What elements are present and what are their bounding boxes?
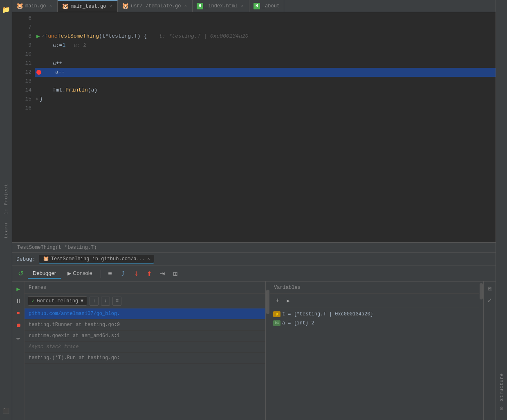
async-stack-label: Async stack trace [29,344,79,350]
fold-icon[interactable]: ▽ [41,32,44,41]
record-button[interactable]: ⏺ [13,321,23,331]
code-lines: ▶ ▽ func TestSomeThing (t *testing.T ) {… [35,12,496,242]
left-debug-actions: ▶ ⏸ ■ ⏺ ✏ [12,281,25,420]
frame-item-1[interactable]: testing.tRunner at testing.go:9 [25,319,265,331]
goroutine-dropdown-icon: ▼ [81,298,83,304]
code-line-10 [35,50,496,59]
assign-op: := [56,41,63,50]
frame-item-2[interactable]: runtime.goexit at asm_amd64.s:1 [25,331,265,342]
tab-main-test-go-icon: 🐹 [62,3,69,10]
frames-header: Frames [25,281,265,294]
frame-item-0[interactable]: github.com/antelman107/go_blog. [25,308,265,319]
debug-session-icon: 🐹 [43,256,49,262]
tab-bar: 🐹 main.go × 🐹 main_test.go × 🐹 usr/…/tem… [12,0,496,12]
breadcrumb-text: TestSomeThing(t *testing.T) [17,245,96,250]
frames-scrollbar[interactable] [266,281,270,420]
tab-debugger[interactable]: Debugger [28,268,61,279]
frame-item-4[interactable]: testing.(*T).Run at testing.go: [25,353,265,364]
debug-session-close[interactable]: × [147,257,150,261]
code-line-6 [35,14,496,23]
vars-scrollbar[interactable] [479,281,483,420]
show-frames-button[interactable]: ≡ [104,268,116,279]
tab-main-go[interactable]: 🐹 main.go × [12,0,58,12]
debug-info-line8: t: *testing.T | 0xc000134a20 [159,32,248,41]
left-sidebar: 📁 1: Project Learn ⬛ [0,0,12,420]
frame-text-1: testing.tRunner at testing.go:9 [29,322,120,328]
func-keyword: func [45,32,57,41]
code-line-8: ▶ ▽ func TestSomeThing (t *testing.T ) {… [35,32,496,41]
frames-list: github.com/antelman107/go_blog. testing.… [25,308,265,420]
run-to-cursor-button[interactable]: ⇥ [157,268,168,279]
tab-console[interactable]: ▶ Console [63,268,97,279]
debug-session-tab[interactable]: 🐹 TestSomeThing in github.com/a... × [39,255,154,264]
debug-header: Debug: 🐹 TestSomeThing in github.com/a..… [12,253,496,266]
code-line-16 [35,104,496,113]
restart-button[interactable]: ↺ [15,268,26,279]
var-badge-a: 01 [273,320,280,326]
step-over-button[interactable]: ⤴ [117,268,129,279]
frame-item-async: Async stack trace [25,342,265,353]
tab-index-html-close[interactable]: × [240,3,245,9]
goroutine-select[interactable]: ✓ Gorout…meThing ▼ [28,296,87,306]
checkmark-icon: ✓ [31,298,34,304]
breakpoint-dot[interactable] [36,70,41,75]
func-name: TestSomeThing [58,32,99,41]
step-out-button[interactable]: ⬆ [144,268,155,279]
frame-text-4: testing.(*T).Run at testing.go: [29,355,120,361]
tab-index-html[interactable]: H _index.html × [193,0,249,12]
frames-menu-button[interactable]: ≡ [112,297,121,306]
frame-text-2: runtime.goexit at asm_amd64.s:1 [29,333,120,339]
var-name-a: a [282,320,285,326]
vars-title: Variables [274,285,301,290]
side-copy-button[interactable]: ⎘ [485,284,495,294]
right-sidebar: Structure ⚙ [496,0,507,420]
sidebar-project-icon[interactable]: 📁 [0,4,12,16]
settings-icon[interactable]: ⚙ [500,405,503,412]
pause-button[interactable]: ⏸ [13,296,23,306]
sidebar-project-label[interactable]: 1: Project [4,183,9,214]
stmt-aminus: a-- [55,68,65,77]
sidebar-bottom-section: ⬛ [0,403,12,420]
vars-add-button[interactable]: + [273,296,282,305]
tab-main-go-close[interactable]: × [48,3,53,9]
tab-about-html-label: _about [262,3,280,9]
toolbar-separator-1 [101,270,101,278]
var-item-a[interactable]: 01 a = {int} 2 [270,319,479,328]
code-container: 6 7 8 9 10 11 12 13 14 15 16 [12,12,496,242]
var-item-t[interactable]: p t = {*testing.T | 0xc000134a20} [270,310,479,319]
func-open: ) { [137,32,147,41]
editor-area: 6 7 8 9 10 11 12 13 14 15 16 [12,12,496,252]
vars-header: Variables [270,281,479,294]
evaluate-button[interactable]: ⊞ [170,268,181,279]
pkg-fmt: fmt [53,86,62,95]
tab-template-go-close[interactable]: × [183,3,188,9]
debug-content: ▶ ⏸ ■ ⏺ ✏ Frames ✓ Gorout…meThing ▼ ↑ [12,281,496,420]
debug-val-line9: a: 2 [74,41,86,50]
play-button[interactable]: ▶ [13,284,23,294]
code-line-14: fmt . Println (a) [35,86,496,95]
number-1: 1 [62,41,65,50]
console-icon: ▶ [67,270,71,276]
var-equals-a: = [288,320,291,326]
pencil-button[interactable]: ✏ [13,333,23,343]
fold-close-icon[interactable]: ▷ [36,95,39,104]
sidebar-learn-label[interactable]: Learn [4,223,9,238]
run-arrow-icon[interactable]: ▶ [36,32,40,41]
debug-toolbar: ↺ Debugger ▶ Console ≡ ⤴ ⤵ ⬆ ⇥ ⊞ [12,266,496,281]
stop-button[interactable]: ■ [13,308,23,318]
frames-up-button[interactable]: ↑ [90,297,99,306]
step-into-button[interactable]: ⤵ [130,268,142,279]
sidebar-layers-icon[interactable]: ⬛ [0,405,12,417]
side-expand-button[interactable]: ⤢ [485,295,495,305]
tab-about-html[interactable]: H _about [249,0,284,12]
tab-main-test-go-close[interactable]: × [108,4,113,9]
tab-template-go[interactable]: 🐹 usr/…/template.go × [118,0,193,12]
frame-link-0: github.com/antelman107/go_blog. [29,311,120,317]
var-value-t: {*testing.T | 0xc000134a20} [294,311,373,317]
vars-expand-button[interactable]: ▶ [284,296,293,305]
frames-down-button[interactable]: ↓ [101,297,110,306]
tab-main-test-go[interactable]: 🐹 main_test.go × [58,0,118,12]
line-6-content [36,14,40,23]
code-line-9: a := 1 a: 2 [35,41,496,50]
tab-index-html-label: _index.html [205,3,238,9]
